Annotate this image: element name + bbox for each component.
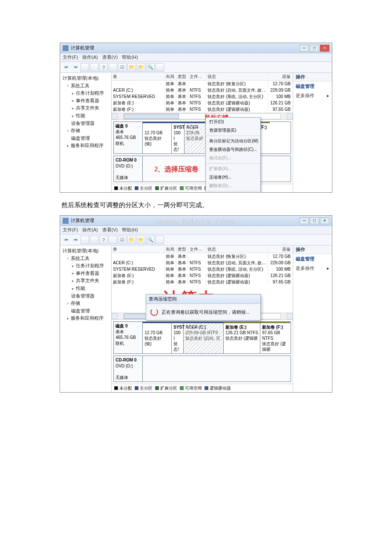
fwd-button[interactable]: ➡: [71, 236, 80, 244]
partition[interactable]: ACER (C:)229.09 GB NTFS状态良好 (启动, 页: [184, 322, 224, 353]
actions-title[interactable]: 磁盘管理: [293, 81, 332, 91]
tree-task[interactable]: ▸任务计划程序: [63, 90, 110, 97]
back-button[interactable]: ⬅: [62, 63, 70, 72]
col-status[interactable]: 状态: [206, 74, 268, 80]
menu-view[interactable]: 查看(V): [102, 54, 118, 61]
tree-sys[interactable]: ▿系统工具: [63, 82, 110, 90]
tool-icon[interactable]: [156, 236, 164, 244]
partition[interactable]: 新加卷 (F:)97.65 GB NTFS状态良好 (逻辑驱: [260, 322, 290, 353]
tree-disk[interactable]: 磁盘管理: [63, 135, 110, 142]
close-button[interactable]: ×: [320, 45, 329, 52]
partition[interactable]: 12.70 GB状态良好 (恢): [143, 122, 172, 153]
partition[interactable]: SYST100 I状态!: [172, 122, 184, 153]
col-vol[interactable]: 卷: [112, 74, 164, 80]
tool-icon[interactable]: 🔍: [146, 236, 155, 244]
col-cap[interactable]: 容量: [268, 74, 293, 80]
col-layout[interactable]: 布局: [164, 74, 176, 80]
maximize-button[interactable]: □: [310, 45, 319, 52]
ctx-explorer[interactable]: 资源管理器(E): [206, 126, 260, 135]
ctx-markactive[interactable]: 将分区标记为活动分区(M): [206, 137, 260, 145]
col-fs[interactable]: 文件系统: [188, 74, 206, 80]
back-button[interactable]: ⬅: [62, 236, 70, 244]
minimize-button[interactable]: ─: [300, 45, 309, 52]
menu-help[interactable]: 帮助(H): [122, 54, 138, 61]
menu-action[interactable]: 操作(A): [82, 227, 98, 233]
tool-icon[interactable]: 📁: [137, 236, 145, 244]
tool-icon[interactable]: ?: [99, 236, 108, 244]
tool-icon[interactable]: ?: [99, 63, 108, 72]
table-row[interactable]: ACER (C:)简单基本NTFS状态良好 (启动, 页面文件, 故障转储, 主…: [112, 87, 293, 93]
tree-perf[interactable]: ▸性能: [63, 285, 110, 292]
table-row[interactable]: 新加卷 (E:)简单基本NTFS状态良好 (逻辑驱动器)126.21 GB: [112, 272, 293, 279]
tool-icon[interactable]: 📁: [127, 236, 136, 244]
menu-view[interactable]: 查看(V): [102, 227, 118, 233]
table-row[interactable]: 新加卷 (F:)简单基本NTFS状态良好 (逻辑驱动器)97.65 GB: [112, 106, 293, 113]
tree-share[interactable]: ▸共享文件夹: [63, 277, 110, 285]
tool-icon[interactable]: [90, 63, 98, 72]
partition[interactable]: 新加卷 (E:)126.21 GB NTFS状态良好 (逻辑驱: [224, 322, 260, 353]
tool-icon[interactable]: [109, 236, 117, 244]
menu-action[interactable]: 操作(A): [82, 54, 98, 61]
actions-more[interactable]: 更多操作▸: [293, 91, 332, 100]
tree-root[interactable]: 计算机管理(本地): [63, 75, 110, 82]
tool-icon[interactable]: [81, 236, 89, 244]
table-row[interactable]: SYSTEM RESERVED简单基本NTFS状态良好 (系统, 活动, 主分区…: [112, 266, 293, 272]
col-type[interactable]: 类型: [176, 74, 188, 80]
cdrom-row[interactable]: CD-ROM 0 DVD (D:) 无媒体: [113, 156, 291, 182]
tool-icon[interactable]: 📁: [137, 63, 145, 72]
tree-storage[interactable]: ▿存储: [63, 300, 110, 307]
h-scrollbar[interactable]: [112, 113, 293, 119]
partition[interactable]: 12.70 GB状态良好 (恢): [143, 322, 172, 353]
menubar[interactable]: 文件(F) 操作(A) 查看(V) 帮助(H): [60, 226, 332, 234]
volume-list[interactable]: 简单基本状态良好 (恢复分区)12.70 GBACER (C:)简单基本NTFS…: [112, 81, 293, 113]
disk-0-row[interactable]: 磁盘 0 基本 465.76 GB 联机 12.70 GB状态良好 (恢)SYS…: [113, 321, 291, 354]
ctx-open[interactable]: 打开(O): [206, 118, 260, 126]
tree-svc[interactable]: ▸服务和应用程序: [63, 315, 110, 322]
close-button[interactable]: ×: [320, 217, 329, 224]
tool-icon[interactable]: ☑: [118, 236, 127, 244]
table-row[interactable]: 简单基本状态良好 (恢复分区)12.70 GB: [112, 253, 293, 260]
table-row[interactable]: 简单基本状态良好 (恢复分区)12.70 GB: [112, 81, 293, 87]
dialog-titlebar[interactable]: 查询压缩空间: [146, 295, 260, 304]
tree-devmgr[interactable]: 设备管理器: [63, 292, 110, 300]
tree-share[interactable]: ▸共享文件夹: [63, 104, 110, 112]
tool-icon[interactable]: 🔍: [146, 63, 155, 72]
volume-list[interactable]: 简单基本状态良好 (恢复分区)12.70 GBACER (C:)简单基本NTFS…: [112, 253, 293, 285]
context-menu[interactable]: 打开(O) 资源管理器(E) 将分区标记为活动分区(M) 更改驱动器号和路径(C…: [205, 117, 261, 193]
fwd-button[interactable]: ➡: [71, 63, 80, 72]
tree-devmgr[interactable]: 设备管理器: [63, 120, 110, 127]
tool-icon[interactable]: 📁: [127, 63, 136, 72]
tree-sys[interactable]: ▿系统工具: [63, 255, 110, 263]
table-row[interactable]: SYSTEM RESERVED简单基本NTFS状态良好 (系统, 活动, 主分区…: [112, 93, 293, 100]
nav-tree[interactable]: 计算机管理(本地) ▿系统工具 ▸任务计划程序 ▸事件查看器 ▸共享文件夹 ▸性…: [60, 246, 112, 392]
table-row[interactable]: 新加卷 (F:)简单基本NTFS状态良好 (逻辑驱动器)97.65 GB: [112, 279, 293, 285]
table-row[interactable]: 新加卷 (E:)简单基本NTFS状态良好 (逻辑驱动器)126.21 GB: [112, 100, 293, 106]
nav-tree[interactable]: 计算机管理(本地) ▿系统工具 ▸任务计划程序 ▸事件查看器 ▸共享文件夹 ▸性…: [60, 73, 112, 192]
tree-event[interactable]: ▸事件查看器: [63, 97, 110, 105]
tree-storage[interactable]: ▿存储: [63, 127, 110, 135]
menu-help[interactable]: 帮助(H): [122, 227, 138, 233]
tree-event[interactable]: ▸事件查看器: [63, 270, 110, 278]
partition[interactable]: SYST100 I状态!: [172, 322, 184, 353]
table-row[interactable]: ACER (C:)简单基本NTFS状态良好 (启动, 页面文件, 故障转储, 主…: [112, 260, 293, 266]
tree-perf[interactable]: ▸性能: [63, 112, 110, 120]
disk-0-row[interactable]: 磁盘 0 基本 465.76 GB 联机 12.70 GB状态良好 (恢)SYS…: [113, 121, 291, 154]
cdrom-row[interactable]: CD-ROM 0 DVD (D:) 无媒体: [113, 356, 291, 382]
ctx-shrink[interactable]: 压缩卷(H)...: [206, 173, 260, 182]
disk-0-partitions[interactable]: 12.70 GB状态良好 (恢)SYST100 I状态!ACER (C:)229…: [143, 322, 291, 353]
tool-icon[interactable]: ☑: [118, 63, 127, 72]
tool-icon[interactable]: [109, 63, 117, 72]
tree-root[interactable]: 计算机管理(本地): [63, 247, 110, 255]
maximize-button[interactable]: □: [310, 217, 319, 224]
window-titlebar[interactable]: 计算机管理 ─ □ ×: [60, 216, 332, 226]
tree-disk[interactable]: 磁盘管理: [63, 307, 110, 315]
minimize-button[interactable]: ─: [300, 217, 309, 224]
ctx-prop[interactable]: 属性(P): [206, 192, 260, 193]
tool-icon[interactable]: [156, 63, 164, 72]
tree-task[interactable]: ▸任务计划程序: [63, 262, 110, 270]
ctx-chletter[interactable]: 更改驱动器号和路径(C)...: [206, 145, 260, 154]
window-titlebar[interactable]: 计算机管理 ─ □ ×: [60, 43, 332, 53]
tree-svc[interactable]: ▸服务和应用程序: [63, 142, 110, 150]
shrink-dialog[interactable]: 查询压缩空间 正在查询卷以获取可用压缩空间，请稍候...: [146, 294, 261, 321]
tool-icon[interactable]: [81, 63, 89, 72]
